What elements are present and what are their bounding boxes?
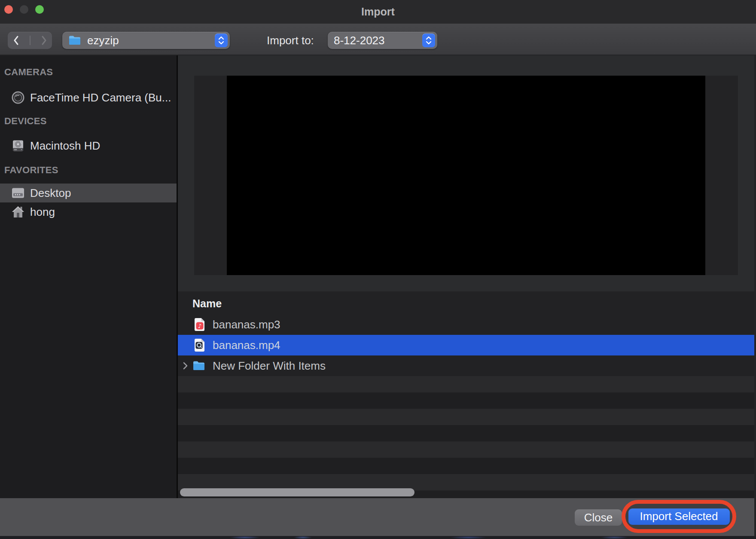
file-row-folder[interactable]: New Folder With Items [178,355,756,376]
file-row-video-selected[interactable]: bananas.mp4 [178,335,756,355]
chevron-right-icon [40,35,47,46]
file-name: bananas.mp4 [213,339,280,352]
camera-lens-icon [10,91,26,104]
sidebar-item-macintosh-hd[interactable]: Macintosh HD [0,136,177,155]
back-button[interactable] [13,35,20,46]
sidebar-item-home[interactable]: hong [0,202,177,221]
disclosure-chevron-icon[interactable] [182,361,190,370]
video-preview [227,76,705,275]
toolbar: ezyzip Import to: 8-12-2023 [0,24,756,55]
import-dialog: Import ezyzip Import to: [0,0,756,539]
sidebar-item-label: Macintosh HD [30,139,100,153]
file-list: Name ♪ bananas.mp3 [178,291,756,498]
nav-separator [30,36,30,45]
import-destination-value: 8-12-2023 [334,34,385,47]
file-row-audio[interactable]: ♪ bananas.mp3 [178,314,756,335]
file-name: New Folder With Items [213,359,326,373]
empty-rows-stripes [178,376,756,498]
sidebar-item-facetime-camera[interactable]: FaceTime HD Camera (Bu... [0,88,177,107]
video-file-icon [194,338,206,352]
window-bottom-edge [0,536,756,539]
sidebar-item-label: Desktop [30,187,71,200]
sidebar-item-desktop[interactable]: Desktop [0,184,177,202]
current-folder-popup[interactable]: ezyzip [62,32,230,49]
desktop-icon [10,187,26,199]
import-destination-popup[interactable]: 8-12-2023 [328,32,437,49]
forward-button[interactable] [40,35,47,46]
window-title: Import [0,0,756,24]
red-annotation-highlight: Import Selected [622,500,736,533]
window-right-edge [754,55,756,536]
popup-stepper-icon [215,34,228,47]
svg-text:♪: ♪ [198,323,201,329]
import-selected-button[interactable]: Import Selected [628,508,730,525]
close-button[interactable]: Close [575,509,622,526]
folder-icon [192,361,206,371]
file-list-header: Name [178,291,756,314]
hard-drive-icon [10,139,26,152]
sidebar-section-devices: DEVICES [4,116,47,127]
name-column-header: Name [192,291,222,315]
sidebar-item-label: FaceTime HD Camera (Bu... [30,91,171,104]
audio-file-icon: ♪ [194,318,206,331]
titlebar: Import [0,0,756,24]
file-name: bananas.mp3 [213,318,280,331]
footer-bar: Close Import Selected [0,498,756,536]
chevron-left-icon [13,35,20,46]
sidebar-section-cameras: CAMERAS [4,67,53,78]
main-pane: Name ♪ bananas.mp3 [178,55,756,498]
sidebar-section-favorites: FAVORITES [4,165,58,176]
sidebar: CAMERAS FaceTime HD Camera (Bu... DEVICE… [0,55,177,498]
home-icon [10,205,26,218]
import-to-label: Import to: [267,32,314,49]
preview-panel [194,76,738,275]
horizontal-scrollbar-thumb[interactable] [180,488,415,496]
sidebar-item-label: hong [30,205,55,219]
folder-icon [68,35,81,46]
current-folder-value: ezyzip [87,34,119,47]
nav-back-forward-group [8,32,52,49]
popup-stepper-icon [422,34,435,47]
